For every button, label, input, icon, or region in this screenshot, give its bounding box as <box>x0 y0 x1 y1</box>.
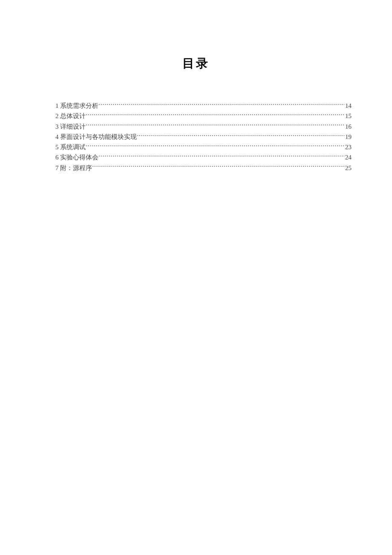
table-of-contents: 1 系统需求分析 14 2 总体设计 15 3 详细设计 16 4 界面设计与各… <box>55 101 352 173</box>
toc-dots <box>137 133 344 139</box>
toc-dots <box>98 153 344 159</box>
toc-entry: 2 总体设计 15 <box>55 111 352 121</box>
toc-entry: 5 系统调试 23 <box>55 142 352 152</box>
toc-entry-page: 25 <box>344 163 352 173</box>
toc-entry-page: 15 <box>344 111 352 121</box>
toc-dots <box>86 122 344 129</box>
toc-entry-page: 16 <box>344 121 352 132</box>
toc-entry-label: 7 附：源程序 <box>55 163 92 173</box>
toc-entry-label: 5 系统调试 <box>55 142 86 152</box>
toc-entry: 6 实验心得体会 24 <box>55 152 352 162</box>
toc-entry-page: 23 <box>344 142 352 152</box>
toc-entry-label: 4 界面设计与各功能模块实现 <box>55 132 137 142</box>
toc-dots <box>86 112 344 118</box>
toc-dots <box>92 164 344 170</box>
toc-entry-label: 3 详细设计 <box>55 121 86 132</box>
toc-entry: 7 附：源程序 25 <box>55 163 352 173</box>
toc-entry-label: 6 实验心得体会 <box>55 152 98 162</box>
toc-dots <box>86 143 344 149</box>
toc-entry-page: 14 <box>344 101 352 111</box>
page-title: 目录 <box>40 55 352 72</box>
toc-dots <box>98 101 344 108</box>
toc-entry: 1 系统需求分析 14 <box>55 101 352 111</box>
toc-entry: 4 界面设计与各功能模块实现 19 <box>55 132 352 142</box>
toc-entry-page: 19 <box>344 132 352 142</box>
toc-entry: 3 详细设计 16 <box>55 121 352 132</box>
toc-entry-page: 24 <box>344 152 352 162</box>
toc-entry-label: 2 总体设计 <box>55 111 86 121</box>
toc-entry-label: 1 系统需求分析 <box>55 101 98 111</box>
